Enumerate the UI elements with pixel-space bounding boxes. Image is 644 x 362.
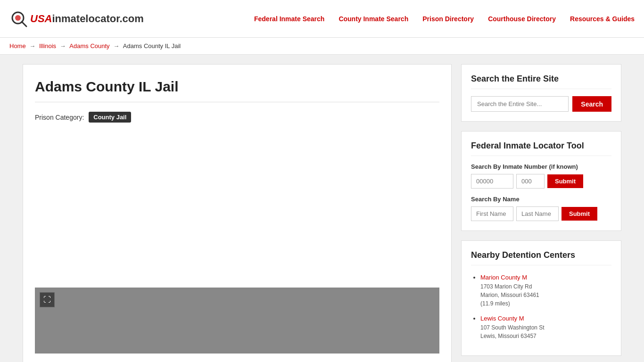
federal-inmate-locator-widget: Federal Inmate Locator Tool Search By In…	[461, 131, 621, 231]
search-widget: Search the Entire Site Search	[461, 64, 621, 122]
inmate-register-input[interactable]	[516, 174, 545, 189]
search-widget-title: Search the Entire Site	[471, 74, 611, 89]
logo-text: USAinmatelocator.com	[30, 13, 144, 25]
inmate-number-submit-button[interactable]: Submit	[547, 174, 583, 188]
federal-locator-title: Federal Inmate Locator Tool	[471, 141, 611, 156]
inmate-number-label: Search By Inmate Number (if known)	[471, 163, 611, 170]
prison-category-row: Prison Category: County Jail	[35, 112, 439, 123]
breadcrumb-state[interactable]: Illinois	[39, 42, 56, 49]
logo-icon	[9, 9, 28, 28]
main-content: Adams County IL Jail Prison Category: Co…	[16, 64, 628, 362]
right-sidebar: Search the Entire Site Search Federal In…	[461, 64, 621, 362]
nearby-city-0: Marion, Missouri 63461	[480, 291, 611, 299]
nav-resources-guides[interactable]: Resources & Guides	[570, 15, 635, 23]
nearby-link-1[interactable]: Lewis County M	[480, 315, 524, 322]
list-item: Lewis County M 107 South Washington St L…	[480, 313, 611, 340]
first-name-input[interactable]	[471, 206, 513, 221]
breadcrumb-current: Adams County IL Jail	[123, 42, 181, 49]
list-item: Marion County M 1703 Marion City Rd Mari…	[480, 272, 611, 308]
search-row: Search	[471, 96, 611, 112]
breadcrumb-arrow-2: →	[60, 42, 68, 49]
nearby-address-1: 107 South Washington St	[480, 323, 611, 332]
prison-category-badge: County Jail	[89, 112, 131, 123]
nav-federal-inmate-search[interactable]: Federal Inmate Search	[254, 15, 324, 23]
prison-category-label: Prison Category:	[35, 114, 84, 121]
nearby-address-0: 1703 Marion City Rd	[480, 282, 611, 291]
left-content: Adams County IL Jail Prison Category: Co…	[23, 64, 452, 362]
page-title: Adams County IL Jail	[35, 79, 439, 102]
nearby-distance-0: (11.9 miles)	[480, 299, 611, 308]
nav-courthouse-directory[interactable]: Courthouse Directory	[488, 15, 556, 23]
search-input[interactable]	[471, 96, 569, 112]
breadcrumb-home[interactable]: Home	[9, 42, 26, 49]
nav-county-inmate-search[interactable]: County Inmate Search	[339, 15, 408, 23]
svg-point-2	[15, 15, 21, 21]
map-expand-button[interactable]: ⛶	[40, 292, 55, 307]
breadcrumb: Home → Illinois → Adams County → Adams C…	[9, 42, 635, 49]
main-nav: Federal Inmate Search County Inmate Sear…	[254, 15, 635, 23]
nearby-detention-widget: Nearby Detention Centers Marion County M…	[461, 240, 621, 356]
nearby-city-1: Lewis, Missouri 63457	[480, 332, 611, 340]
nearby-list: Marion County M 1703 Marion City Rd Mari…	[471, 272, 611, 340]
map-placeholder: ⛶	[35, 288, 439, 354]
nearby-title: Nearby Detention Centers	[471, 250, 611, 265]
inmate-number-input[interactable]	[471, 174, 513, 189]
last-name-input[interactable]	[516, 206, 559, 221]
breadcrumb-arrow-1: →	[29, 42, 37, 49]
nav-prison-directory[interactable]: Prison Directory	[422, 15, 474, 23]
breadcrumb-bar: Home → Illinois → Adams County → Adams C…	[0, 38, 644, 55]
search-button[interactable]: Search	[572, 96, 611, 112]
site-header: USAinmatelocator.com Federal Inmate Sear…	[0, 0, 644, 38]
svg-line-1	[22, 22, 26, 26]
name-search-row: Submit	[471, 206, 611, 221]
nearby-link-0[interactable]: Marion County M	[480, 274, 527, 281]
name-search-label: Search By Name	[471, 196, 611, 203]
name-search-submit-button[interactable]: Submit	[561, 207, 597, 221]
breadcrumb-county[interactable]: Adams County	[69, 42, 109, 49]
logo[interactable]: USAinmatelocator.com	[9, 9, 144, 28]
inmate-number-row: Submit	[471, 174, 611, 189]
breadcrumb-arrow-3: →	[113, 42, 121, 49]
